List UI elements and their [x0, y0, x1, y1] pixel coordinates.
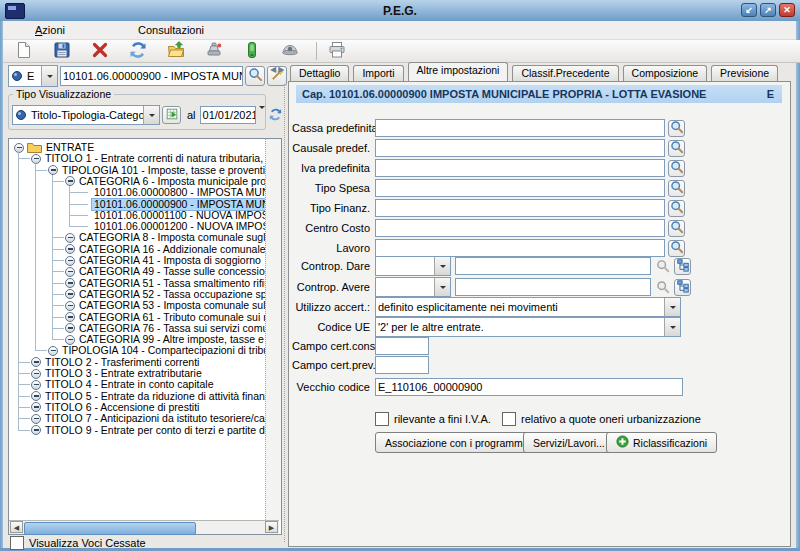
open-folder-button[interactable]	[164, 41, 188, 62]
code-search-input[interactable]: 10101.06.00000900 - IMPOSTA MUNICIPALE P…	[60, 66, 243, 86]
tree-item[interactable]: TITOLO 7 - Anticipazioni da istituto tes…	[43, 413, 265, 424]
tree-item-label[interactable]: TITOLO 9 - Entrate per conto di terzi e …	[43, 425, 265, 436]
tree-item-label[interactable]: CATEGORIA 8 - Imposta comunale sugli imm…	[77, 232, 265, 243]
chevron-down-icon[interactable]	[664, 298, 680, 316]
tree-item[interactable]: TITOLO 9 - Entrate per conto di terzi e …	[43, 425, 265, 436]
webcam-button[interactable]	[278, 41, 302, 62]
tree-item-label[interactable]: CATEGORIA 53 - Imposta comunale sulla pu…	[77, 300, 265, 311]
field-input[interactable]	[375, 199, 665, 217]
tree-expand-icon[interactable]	[31, 154, 41, 164]
tree-expand-icon[interactable]	[65, 289, 75, 299]
chevron-down-icon[interactable]	[434, 257, 450, 275]
tree-item-label[interactable]: TIPOLOGIA 104 - Compartecipazioni di tri…	[60, 345, 265, 356]
utilizzo-accert-combo[interactable]: definito esplicitamente nei movimenti	[375, 297, 681, 317]
tree-item-label[interactable]: 10101.06.00000800 - IMPOSTA MUNICIPALE P…	[92, 187, 265, 198]
menu-azioni[interactable]: Azioni	[30, 23, 70, 37]
chevron-down-icon[interactable]	[41, 66, 57, 86]
tab-previsione[interactable]: Previsione	[711, 65, 778, 81]
tab-composizione[interactable]: Composizione	[623, 65, 708, 81]
save-button[interactable]	[50, 41, 74, 62]
tree-expand-icon[interactable]	[48, 165, 58, 175]
chevron-down-icon[interactable]	[664, 318, 680, 336]
contra-input[interactable]	[455, 278, 651, 296]
print-button[interactable]	[325, 41, 349, 62]
tree-expand-icon[interactable]	[31, 414, 41, 424]
green-device-button[interactable]	[240, 41, 264, 62]
chevron-down-icon[interactable]	[143, 106, 159, 124]
riclassificazioni-button[interactable]: Riclassificazioni	[606, 432, 717, 453]
tree-expand-icon[interactable]	[31, 357, 41, 367]
lookup-button[interactable]	[668, 200, 685, 217]
tree-item[interactable]: CATEGORIA 51 - Tassa smaltimento rifiuti…	[77, 278, 265, 289]
collapse-right-icon[interactable]: ▶	[278, 65, 284, 75]
servizi-lavori-button[interactable]: Servizi/Lavori...	[523, 432, 615, 453]
tree-item-label[interactable]: TITOLO 4 - Entrate in conto capitale	[43, 379, 215, 390]
field-input[interactable]	[375, 119, 665, 137]
tree-item[interactable]: CATEGORIA 53 - Imposta comunale sulla pu…	[77, 300, 265, 311]
new-document-button[interactable]	[12, 41, 36, 62]
tree-expand-icon[interactable]	[48, 346, 58, 356]
tree-expand-icon[interactable]	[65, 233, 75, 243]
hierarchy-select-button[interactable]	[674, 279, 691, 296]
horizontal-scrollbar[interactable]: ◀ ▶	[9, 520, 279, 534]
delete-button[interactable]	[88, 41, 112, 62]
chevron-down-icon[interactable]	[434, 278, 450, 296]
entity-combo[interactable]: E	[8, 65, 58, 87]
campo-cert-cons-input[interactable]	[375, 337, 429, 355]
tree-item[interactable]: CATEGORIA 8 - Imposta comunale sugli imm…	[77, 232, 265, 243]
splitter-collapse[interactable]: ◀▶	[270, 65, 284, 75]
oneri-checkbox[interactable]	[502, 412, 516, 426]
lookup-button[interactable]	[668, 180, 685, 197]
field-input[interactable]	[375, 139, 665, 157]
refresh-button[interactable]	[126, 41, 150, 62]
field-input[interactable]	[375, 239, 665, 257]
tree-item[interactable]: TITOLO 5 - Entrate da riduzione di attiv…	[43, 391, 265, 402]
tree-item[interactable]: TITOLO 1 - Entrate correnti di natura tr…	[43, 153, 265, 164]
field-input[interactable]	[375, 179, 665, 197]
tree-item-selected[interactable]: 10101.06.00000900 - IMPOSTA MUNICIPALE P…	[92, 199, 265, 210]
panel-splitter[interactable]	[284, 84, 285, 542]
tree-expand-icon[interactable]	[65, 278, 75, 288]
tree-item[interactable]: 10101.06.00000800 - IMPOSTA MUNICIPALE P…	[92, 187, 265, 198]
close-button[interactable]: ✕	[779, 3, 795, 17]
tree-expand-icon[interactable]	[31, 380, 41, 390]
tree-item-label[interactable]: TITOLO 5 - Entrate da riduzione di attiv…	[43, 391, 265, 402]
tree-item[interactable]: TIPOLOGIA 101 - Imposte, tasse e provent…	[60, 165, 265, 176]
field-input[interactable]	[375, 159, 665, 177]
tree-expand-icon[interactable]	[14, 143, 24, 153]
contra-combo[interactable]	[375, 277, 451, 297]
tree-expand-icon[interactable]	[65, 176, 75, 186]
view-type-combo[interactable]: Titolo-Tipologia-Categoria	[12, 105, 160, 125]
tree-item[interactable]: TIPOLOGIA 104 - Compartecipazioni di tri…	[60, 345, 265, 356]
tree-expand-icon[interactable]	[65, 323, 75, 333]
collapse-left-icon[interactable]: ◀	[270, 65, 276, 75]
vecchio-codice-input[interactable]: E_110106_00000900	[375, 378, 683, 396]
vertical-scrollbar[interactable]	[265, 139, 281, 520]
menu-consultazioni[interactable]: Consultazioni	[133, 23, 209, 37]
tree-item-label[interactable]: TITOLO 7 - Anticipazioni da istituto tes…	[43, 413, 265, 424]
tree-item-label[interactable]: CATEGORIA 61 - Tributo comunale sui rifi…	[77, 312, 265, 323]
scrollbar-thumb[interactable]	[24, 522, 196, 535]
tree-expand-icon[interactable]	[31, 425, 41, 435]
campo-cert-prev-input[interactable]	[375, 356, 429, 374]
tree-item-label[interactable]: TIPOLOGIA 101 - Imposte, tasse e provent…	[60, 165, 265, 176]
tree-item-label[interactable]: CATEGORIA 49 - Tasse sulle concessioni c…	[77, 266, 265, 277]
lookup-button[interactable]	[668, 120, 685, 137]
date-input[interactable]: 01/01/2021	[200, 106, 256, 124]
tree-item-label[interactable]: 10101.06.00000900 - IMPOSTA MUNICIPALE P…	[92, 199, 265, 210]
tab-dettaglio[interactable]: Dettaglio	[290, 65, 349, 81]
lookup-button[interactable]	[668, 220, 685, 237]
tree-expand-icon[interactable]	[65, 267, 75, 277]
scroll-right-icon[interactable]: ▶	[265, 521, 278, 533]
contra-input[interactable]	[455, 257, 651, 275]
tree-item-label[interactable]: TITOLO 1 - Entrate correnti di natura tr…	[43, 153, 265, 164]
tree-expand-icon[interactable]	[65, 301, 75, 311]
iva-checkbox[interactable]	[375, 412, 389, 426]
tree-expand-icon[interactable]	[65, 256, 75, 266]
field-input[interactable]	[375, 219, 665, 237]
tree-item-label[interactable]: CATEGORIA 51 - Tassa smaltimento rifiuti…	[77, 278, 265, 289]
maximize-button[interactable]: ↗	[760, 3, 776, 17]
hierarchy-select-button[interactable]	[674, 258, 691, 275]
codice-ue-combo[interactable]: '2' per le altre entrate.	[375, 317, 681, 337]
tree-expand-icon[interactable]	[65, 312, 75, 322]
